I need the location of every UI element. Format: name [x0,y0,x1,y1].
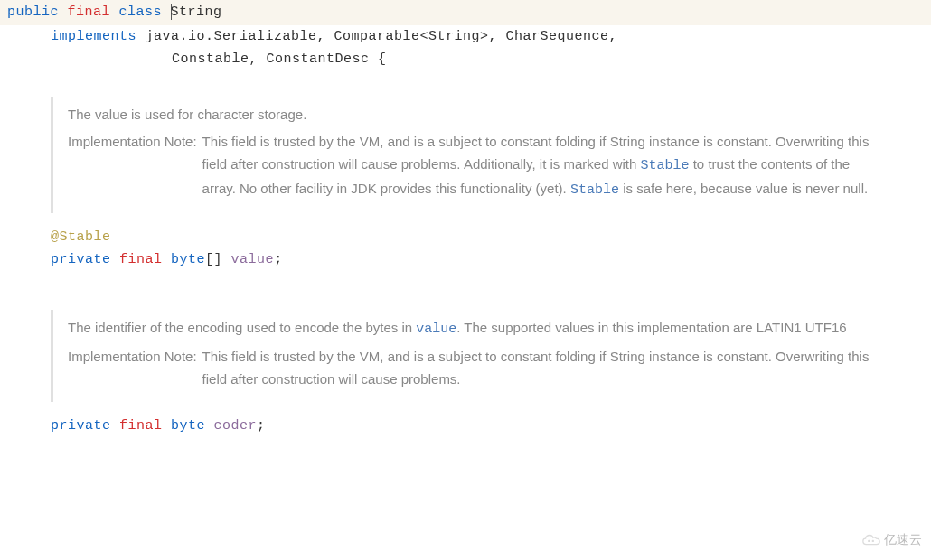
doc1-code-stable-1: Stable [641,158,690,173]
javadoc-intro-1: The value is used for character storage. [68,104,877,126]
var-coder: coder [214,418,258,434]
type-byte-2: byte [171,418,205,434]
semicolon-2: ; [257,418,266,434]
implements-types-2: Constable, ConstantDesc { [172,51,387,67]
doc1-code-stable-2: Stable [570,182,619,198]
keyword-final: final [68,5,111,20]
javadoc-intro-2: The identifier of the encoding used to e… [68,317,877,341]
javadoc-note-label-2: Implementation Note: [68,346,197,391]
javadoc-note-body-1: This field is trusted by the VM, and is … [202,131,877,201]
javadoc-note-row-1: Implementation Note: This field is trust… [68,131,877,201]
class-name: String [171,5,222,20]
keyword-private-2: private [51,418,111,434]
keyword-class: class [119,5,163,20]
doc2-intro-post: . The supported values in this implement… [456,320,846,335]
javadoc-block-2: The identifier of the encoding used to e… [51,310,891,402]
watermark: 亿速云 [861,529,922,551]
code-line-1: public final class String [0,0,931,25]
svg-point-0 [868,540,870,542]
implements-types-1: java.io.Serializable, Comparable<String>… [146,29,618,44]
cloud-icon [861,532,881,548]
keyword-final-2: final [119,418,163,434]
watermark-text: 亿速云 [884,529,922,551]
keyword-private-1: private [51,252,111,267]
code-line-2: implements java.io.Serializable, Compara… [0,25,931,49]
keyword-public: public [7,5,59,20]
javadoc-note-body-2: This field is trusted by the VM, and is … [202,346,877,391]
code-annotation: @Stable [0,226,931,249]
annotation-stable: @Stable [51,229,111,245]
doc2-code-value: value [416,322,456,337]
javadoc-note-label-1: Implementation Note: [68,131,197,201]
svg-point-1 [872,540,874,542]
code-decl-1: private final byte[] value; [0,248,931,272]
keyword-implements: implements [51,29,136,44]
var-value: value [231,252,275,267]
brackets: [] [205,252,222,267]
code-decl-2: private final byte coder; [0,415,931,438]
doc2-intro-pre: The identifier of the encoding used to e… [68,320,416,335]
semicolon-1: ; [274,252,283,267]
keyword-final-1: final [119,252,163,267]
code-line-3: Constable, ConstantDesc { [0,48,931,71]
javadoc-block-1: The value is used for character storage.… [51,97,891,213]
type-byte-1: byte [171,252,205,267]
doc1-text-post: is safe here, because value is never nul… [619,181,868,196]
javadoc-note-row-2: Implementation Note: This field is trust… [68,346,877,391]
